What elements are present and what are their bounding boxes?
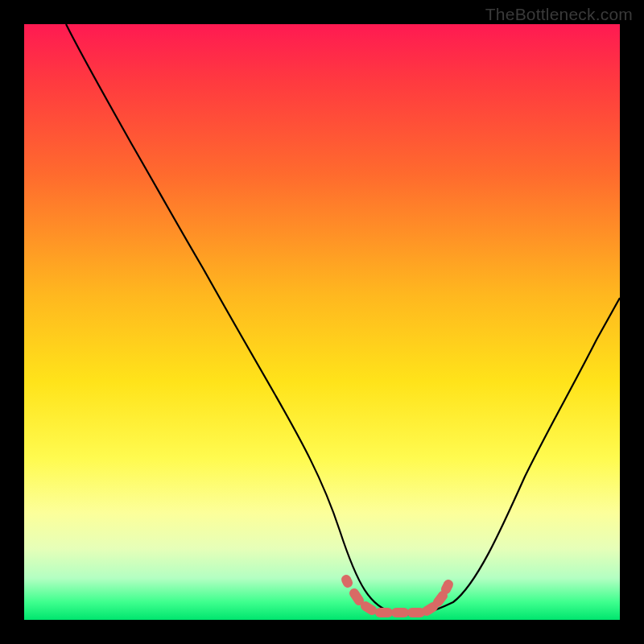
plot-area xyxy=(24,24,620,620)
chart-frame: TheBottleneck.com xyxy=(0,0,644,644)
bottleneck-curve xyxy=(66,24,620,614)
brand-watermark: TheBottleneck.com xyxy=(485,5,633,24)
curve-layer xyxy=(24,24,620,620)
